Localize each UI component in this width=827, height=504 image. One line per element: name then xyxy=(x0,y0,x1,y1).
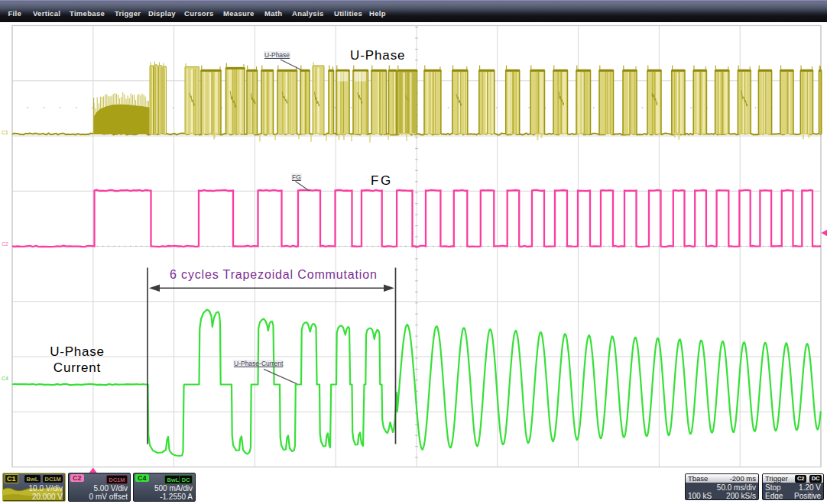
svg-text:C4: C4 xyxy=(2,376,8,381)
svg-text:C1: C1 xyxy=(2,130,8,135)
svg-text:C2: C2 xyxy=(2,241,8,247)
